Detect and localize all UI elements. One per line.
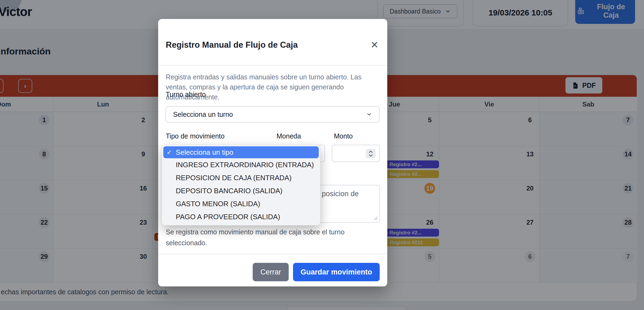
checkmark-icon: ✓: [167, 148, 172, 156]
number-stepper[interactable]: [366, 149, 376, 158]
turno-select-value: Selecciona un turno: [173, 111, 233, 118]
resize-handle-icon[interactable]: [373, 216, 378, 221]
chevron-down-icon: [366, 111, 372, 117]
turno-select[interactable]: Selecciona un turno: [165, 106, 380, 122]
modal-helper-text: Se registra como movimiento manual de ca…: [166, 227, 375, 248]
guardar-movimiento-button[interactable]: Guardar movimiento: [293, 263, 380, 281]
dropdown-option[interactable]: PAGO A PROVEEDOR (SALIDA): [163, 210, 319, 223]
dropdown-option[interactable]: INGRESO EXTRAORDINARIO (ENTRADA): [163, 158, 319, 171]
cerrar-button[interactable]: Cerrar: [253, 263, 289, 281]
close-icon[interactable]: ✕: [369, 40, 380, 50]
dropdown-option[interactable]: DEPOSITO BANCARIO (SALIDA): [163, 184, 319, 197]
stepper-up-icon: [368, 150, 373, 153]
modal-title: Registro Manual de Flujo de Caja: [166, 40, 298, 50]
modal-header-divider: [158, 65, 387, 66]
turno-abierto-label: Turno abierto: [166, 91, 206, 98]
dropdown-option-selected[interactable]: ✓ Selecciona un tipo: [163, 146, 319, 158]
textarea-visible-text: posicion de: [322, 190, 359, 198]
monto-label: Monto: [334, 132, 353, 140]
dropdown-selected-label: Selecciona un tipo: [176, 148, 233, 157]
moneda-label: Moneda: [277, 132, 301, 140]
dropdown-option[interactable]: REPOSICION DE CAJA (ENTRADA): [163, 171, 319, 184]
dropdown-option[interactable]: GASTO MENOR (SALIDA): [163, 197, 319, 210]
tipo-movimiento-label: Tipo de movimiento: [166, 132, 225, 140]
tipo-dropdown-panel: ✓ Selecciona un tipo INGRESO EXTRAORDINA…: [162, 145, 320, 225]
stepper-down-icon: [368, 154, 373, 157]
modal-footer-divider: [158, 254, 387, 254]
modal-footer: Cerrar Guardar movimiento: [253, 263, 380, 281]
monto-input[interactable]: [332, 145, 380, 162]
